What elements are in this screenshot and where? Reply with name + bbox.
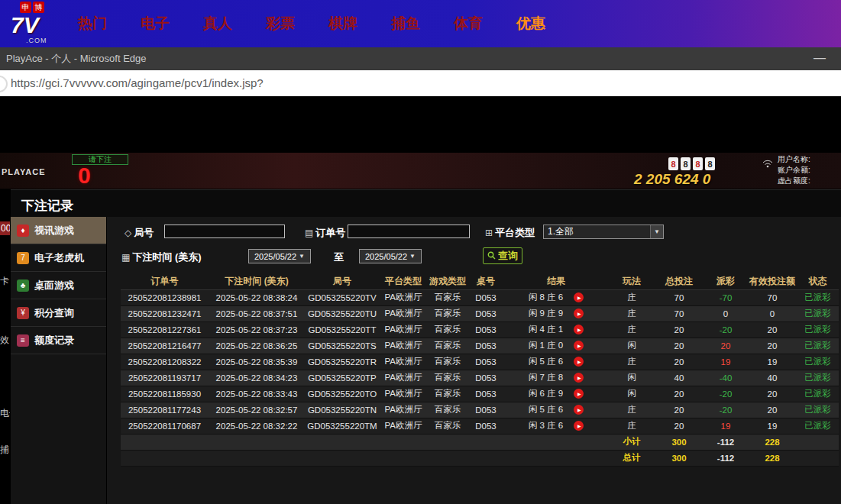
search-button[interactable]: 查询 (483, 247, 522, 264)
cell-result: 闲 5 庄 6▶ (503, 354, 609, 370)
cell-play: 庄 (609, 321, 655, 338)
cell-table: D053 (468, 370, 503, 386)
totals-label: 总计 (609, 450, 655, 466)
platform-select[interactable]: 1.全部 ▼ (543, 225, 664, 239)
cell-game: 百家乐 (427, 354, 468, 370)
url-text[interactable]: https://gci.7vvvvvv.com/agingame/pcv1/in… (11, 76, 264, 89)
replay-play-icon[interactable]: ▶ (574, 421, 584, 431)
date-to-value: 2025/05/22 (365, 252, 407, 261)
cell-result: 闲 5 庄 6▶ (503, 402, 609, 418)
date-from-select[interactable]: 2025/05/22 ▼ (248, 249, 311, 263)
nav-item[interactable]: 体育 (454, 14, 483, 34)
nav-item[interactable]: 热门 (78, 14, 107, 34)
replay-play-icon[interactable]: ▶ (574, 389, 584, 399)
cell-order_id: 250522081193717 (121, 370, 209, 386)
chevron-down-icon[interactable]: ▼ (650, 225, 663, 238)
nav-item[interactable]: 棋牌 (328, 14, 357, 34)
cell-total-bet: 20 (655, 321, 704, 338)
cell-table: D053 (468, 354, 503, 370)
column-header: 玩法 (609, 273, 655, 289)
column-header: 派彩 (704, 273, 748, 289)
empty-cell (427, 450, 468, 466)
cell-game: 百家乐 (427, 402, 468, 418)
sidebar-item[interactable]: ¥积分查询 (11, 299, 106, 327)
cell-result: 闲 1 庄 0▶ (503, 338, 609, 354)
cell-table: D053 (468, 418, 503, 434)
cell-valid-bet: 40 (748, 370, 797, 386)
totals-valid-bet: 228 (748, 434, 797, 450)
table-row: 2505220811937172025-05-22 08:34:23GD0532… (121, 370, 839, 386)
address-bar[interactable]: https://gci.7vvvvvv.com/agingame/pcv1/in… (0, 70, 841, 96)
bet-record-modal: 下注记录 ♦视讯游戏7电子老虎机♣桌面游戏¥积分查询≡额度记录 ◇局号 ▤订单号… (11, 189, 841, 504)
points-query-icon: ¥ (17, 307, 29, 319)
empty-cell (427, 434, 468, 450)
empty-cell (380, 450, 427, 466)
cell-play: 庄 (609, 402, 655, 418)
sidebar-item[interactable]: 7电子老虎机 (11, 244, 106, 272)
nav-item[interactable]: 捕鱼 (391, 14, 420, 34)
date-from-value: 2025/05/22 (254, 252, 296, 261)
cell-valid-bet: 0 (748, 305, 797, 321)
cell-payout: -20 (704, 386, 748, 402)
account-label: 虚占额度: (778, 176, 810, 186)
cell-game: 百家乐 (427, 386, 468, 402)
result-text: 闲 5 庄 6 (529, 356, 563, 367)
cell-status: 已派彩 (797, 402, 839, 418)
sidebar-item[interactable]: ♣桌面游戏 (11, 272, 106, 299)
cell-order_id: 250522081216477 (121, 338, 209, 354)
sidebar-item[interactable]: ♦视讯游戏 (11, 217, 106, 244)
date-to-select[interactable]: 2025/05/22 ▼ (359, 249, 422, 263)
cell-total-bet: 20 (655, 418, 704, 434)
result-text: 闲 9 庄 9 (529, 308, 563, 319)
empty-cell (209, 450, 305, 466)
round-label: ◇局号 (125, 226, 154, 240)
nav-item[interactable]: 优惠 (516, 14, 545, 34)
nav-item[interactable]: 电子 (141, 14, 170, 34)
cell-result: 闲 7 庄 8▶ (503, 370, 609, 386)
order-input[interactable] (348, 225, 470, 238)
nav-item[interactable]: 真人 (203, 14, 232, 34)
cell-result: 闲 8 庄 6▶ (503, 289, 609, 305)
logo-sub-text: .COM (26, 37, 67, 44)
round-input[interactable] (164, 225, 285, 238)
cell-table: D053 (468, 386, 503, 402)
result-text: 闲 1 庄 0 (529, 340, 563, 351)
chevron-down-icon: ▼ (409, 253, 416, 260)
modal-title: 下注记录 (11, 190, 841, 217)
cell-total-bet: 70 (655, 305, 704, 321)
column-header: 游戏类型 (427, 273, 468, 289)
replay-play-icon[interactable]: ▶ (574, 373, 584, 383)
site-logo[interactable]: 申 博 7V .COM (11, 2, 67, 46)
cell-time: 2025-05-22 08:32:22 (209, 418, 305, 434)
card-row: 8888 (668, 157, 715, 170)
replay-play-icon[interactable]: ▶ (574, 325, 584, 334)
cell-result: 闲 3 庄 6▶ (503, 418, 609, 434)
cell-time: 2025-05-22 08:33:43 (209, 386, 305, 402)
replay-play-icon[interactable]: ▶ (574, 292, 584, 302)
replay-play-icon[interactable]: ▶ (574, 357, 584, 367)
chevron-down-icon: ▼ (299, 253, 305, 260)
playing-card: 8 (681, 157, 691, 170)
empty-cell (797, 450, 839, 466)
minimize-button[interactable]: — (814, 47, 826, 69)
cell-time: 2025-05-22 08:35:39 (209, 354, 305, 370)
sidebar-item[interactable]: ≡额度记录 (11, 327, 106, 354)
totals-total-bet: 300 (655, 434, 704, 450)
table-header-row: 订单号下注时间 (美东)局号平台类型游戏类型桌号结果玩法总投注派彩有效投注额状态 (121, 273, 839, 289)
result-wrap: 闲 3 庄 6▶ (503, 420, 609, 431)
table-row: 2505220812083222025-05-22 08:35:39GD0532… (121, 354, 839, 370)
cell-platform: PA欧洲厅 (380, 305, 427, 321)
nav-item[interactable]: 彩票 (266, 14, 295, 34)
empty-cell (468, 434, 503, 450)
table-row: 2505220812164772025-05-22 08:36:25GD0532… (121, 338, 839, 354)
playing-card: 8 (693, 157, 703, 170)
cell-order_id: 250522081185930 (121, 386, 209, 402)
replay-play-icon[interactable]: ▶ (574, 309, 584, 318)
record-content: ◇局号 ▤订单号 ⊞平台类型 1.全部 ▼ ▦下注时间 (美东) 2025/05… (108, 217, 841, 504)
replay-play-icon[interactable]: ▶ (574, 405, 584, 415)
cell-valid-bet: 19 (748, 354, 797, 370)
calendar-icon: ▦ (121, 252, 130, 263)
cell-time: 2025-05-22 08:32:57 (209, 402, 305, 418)
replay-play-icon[interactable]: ▶ (574, 341, 584, 351)
cell-table: D053 (468, 305, 503, 321)
